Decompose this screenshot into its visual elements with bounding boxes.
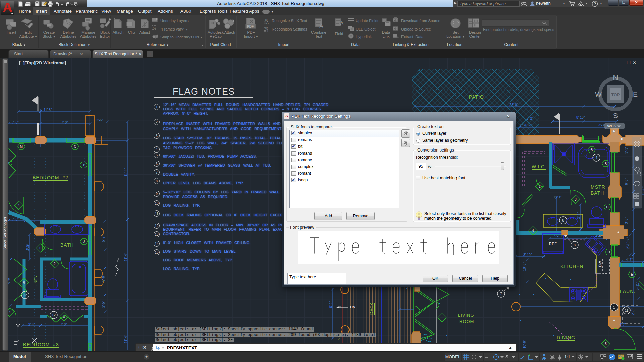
svg-text:𝟙: 𝟙 xyxy=(266,29,268,33)
svg-text:1:1: 1:1 xyxy=(564,354,570,359)
svg-text:A: A xyxy=(266,21,269,24)
svg-text:(x): (x) xyxy=(153,27,156,30)
svg-text:?: ? xyxy=(594,2,596,6)
svg-text:PDF: PDF xyxy=(247,25,254,28)
svg-text:A: A xyxy=(319,23,323,29)
svg-text:A: A xyxy=(340,21,344,26)
